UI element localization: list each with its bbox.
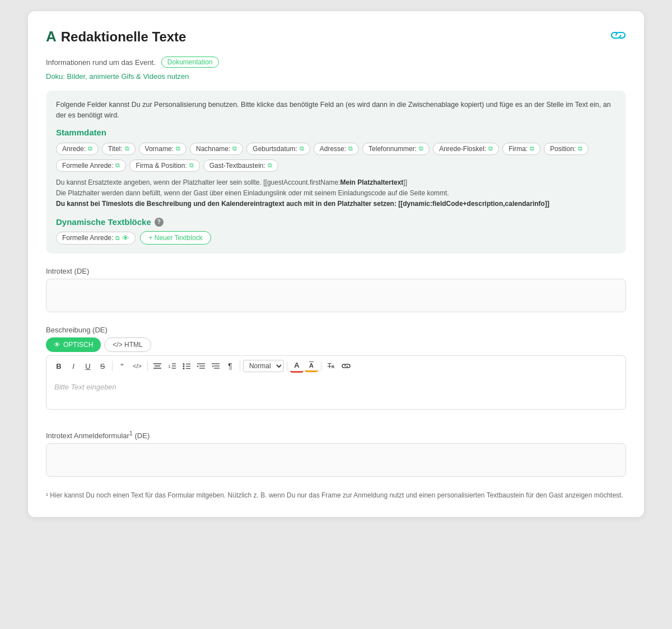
eye-icon-dynamic[interactable]: 👁 — [122, 234, 129, 242]
sep2 — [147, 361, 148, 371]
help-icon[interactable]: ? — [155, 218, 164, 227]
introtext-label: Introtext (DE) — [46, 267, 626, 275]
tag-nachname-label: Nachname: — [196, 145, 230, 153]
align-button[interactable] — [151, 361, 164, 371]
font-highlight-button[interactable]: A — [305, 360, 318, 372]
footnote: ¹ Hier kannst Du noch einen Text für das… — [46, 490, 626, 500]
header-letter: A — [46, 28, 57, 45]
tags-row-2: Formelle Anrede: ⧉ Firma & Position: ⧉ G… — [56, 159, 616, 172]
dynamic-row: Formelle Anrede: ⧉ 👁 + Neuer Textblock — [56, 231, 616, 245]
tag-formelle-anrede[interactable]: Formelle Anrede: ⧉ — [56, 159, 126, 172]
format-select[interactable]: Normal — [243, 360, 284, 372]
tag-anrede[interactable]: Anrede: ⧉ — [56, 143, 99, 155]
introtext-section: Introtext (DE) — [46, 267, 626, 312]
svg-point-9 — [183, 368, 184, 369]
tag-anrede-label: Anrede: — [62, 145, 86, 153]
placeholder-info: Du kannst Ersatztexte angeben, wenn der … — [56, 177, 616, 210]
header-left: A Redaktionelle Texte — [46, 28, 186, 45]
tag-firma-position[interactable]: Firma & Position: ⧉ — [129, 159, 199, 172]
sep1 — [112, 361, 113, 371]
tab-optisch[interactable]: 👁 OPTISCH — [46, 337, 101, 352]
copy-icon-firma: ⧉ — [530, 145, 534, 152]
tag-position[interactable]: Position: ⧉ — [544, 143, 589, 155]
tag-telefonnummer[interactable]: Telefonnummer: ⧉ — [362, 143, 430, 155]
tag-anrede-floskel[interactable]: Anrede-Floskel: ⧉ — [433, 143, 499, 155]
clear-format-button[interactable]: Tx — [324, 360, 338, 372]
paragraph-button[interactable]: ¶ — [223, 360, 237, 372]
info-box-description: Folgende Felder kannst Du zur Personalis… — [56, 100, 616, 121]
editor-area[interactable]: Bitte Text eingeben — [46, 376, 626, 410]
main-card: A Redaktionelle Texte Informationen rund… — [28, 11, 644, 517]
svg-text:1.: 1. — [168, 364, 172, 369]
beschreibung-label: Beschreibung (DE) — [46, 326, 626, 334]
copy-icon-vorname: ⧉ — [176, 145, 180, 152]
tab-row: 👁 OPTISCH </> HTML — [46, 337, 626, 352]
sep5 — [321, 361, 321, 371]
tag-adresse-label: Adresse: — [320, 145, 346, 153]
tag-titel[interactable]: Titel: ⧉ — [102, 143, 136, 155]
sep4 — [287, 361, 287, 371]
tab-html[interactable]: </> HTML — [104, 337, 151, 352]
tag-nachname[interactable]: Nachname: ⧉ — [190, 143, 243, 155]
subtitle-row: Informationen rund um das Event. Dokumen… — [46, 57, 626, 68]
eye-tab-icon: 👁 — [54, 341, 60, 349]
tag-telefonnummer-label: Telefonnummer: — [368, 145, 417, 153]
subtitle-text: Informationen rund um das Event. — [46, 58, 156, 67]
link-button[interactable] — [339, 361, 353, 371]
tag-vorname-label: Vorname: — [145, 145, 174, 153]
copy-icon-firma-position: ⧉ — [189, 162, 194, 169]
new-block-button[interactable]: + Neuer Textblock — [140, 231, 211, 245]
blockquote-button[interactable]: " — [115, 360, 129, 373]
introtext-anmelde-section: Introtext Anmeldeformular1 (DE) — [46, 430, 626, 477]
doku-link[interactable]: Doku: Bilder, animierte Gifs & Videos nu… — [46, 72, 626, 81]
code-button[interactable]: </> — [130, 361, 144, 371]
tag-geburtsdatum[interactable]: Geburtsdatum: ⧉ — [246, 143, 310, 155]
indent-left-button[interactable] — [209, 361, 222, 371]
dynamic-title-text: Dynamische Textblöcke — [56, 217, 151, 227]
font-color-button[interactable]: A — [290, 359, 304, 373]
underline-button[interactable]: U — [81, 360, 95, 372]
strikethrough-button[interactable]: S — [96, 360, 109, 372]
dynamic-formelle-anrede-tag[interactable]: Formelle Anrede: ⧉ 👁 — [56, 232, 136, 245]
tag-firma[interactable]: Firma: ⧉ — [502, 143, 540, 155]
tag-gast-textbaustein-label: Gast-Textbaustein: — [209, 162, 265, 170]
editor-placeholder: Bitte Text eingeben — [54, 383, 116, 391]
tab-optisch-label: OPTISCH — [63, 341, 93, 349]
spacer — [46, 410, 626, 425]
introtext-anmelde-input[interactable] — [46, 443, 626, 477]
copy-icon-dynamic: ⧉ — [115, 234, 120, 242]
copy-icon-telefonnummer: ⧉ — [419, 145, 423, 152]
copy-icon-formelle-anrede: ⧉ — [115, 162, 120, 169]
link-icon[interactable] — [610, 29, 626, 45]
tag-geburtsdatum-label: Geburtsdatum: — [253, 145, 297, 153]
unordered-list-button[interactable] — [180, 361, 193, 371]
copy-icon-adresse: ⧉ — [348, 145, 353, 152]
page-title: Redaktionelle Texte — [61, 29, 186, 45]
svg-point-7 — [183, 363, 184, 365]
introtext-anmelde-label: Introtext Anmeldeformular1 (DE) — [46, 430, 626, 440]
italic-button[interactable]: I — [67, 360, 80, 372]
copy-icon-geburtsdatum: ⧉ — [300, 145, 304, 152]
tag-vorname[interactable]: Vorname: ⧉ — [139, 143, 186, 155]
tag-formelle-anrede-label: Formelle Anrede: — [62, 162, 113, 170]
stammdaten-title: Stammdaten — [56, 128, 616, 137]
dynamic-title: Dynamische Textblöcke ? — [56, 217, 616, 227]
beschreibung-section: Beschreibung (DE) 👁 OPTISCH </> HTML B I… — [46, 326, 626, 410]
indent-right-button[interactable] — [194, 361, 208, 371]
tag-firma-label: Firma: — [508, 145, 528, 153]
editor-toolbar: B I U S " </> 1. — [46, 355, 626, 376]
copy-icon-anrede-floskel: ⧉ — [488, 145, 493, 152]
copy-icon-position: ⧉ — [578, 145, 582, 152]
bold-button[interactable]: B — [52, 360, 66, 372]
tag-gast-textbaustein[interactable]: Gast-Textbaustein: ⧉ — [203, 159, 278, 172]
copy-icon-titel: ⧉ — [125, 145, 129, 152]
tag-firma-position-label: Firma & Position: — [136, 162, 186, 170]
tag-anrede-floskel-label: Anrede-Floskel: — [439, 145, 486, 153]
doku-badge[interactable]: Dokumentation — [161, 57, 219, 68]
copy-icon-anrede: ⧉ — [88, 145, 92, 152]
tag-adresse[interactable]: Adresse: ⧉ — [314, 143, 359, 155]
header: A Redaktionelle Texte — [46, 28, 626, 45]
introtext-input[interactable] — [46, 279, 626, 312]
sep3 — [240, 361, 240, 371]
ordered-list-button[interactable]: 1. — [165, 361, 179, 371]
